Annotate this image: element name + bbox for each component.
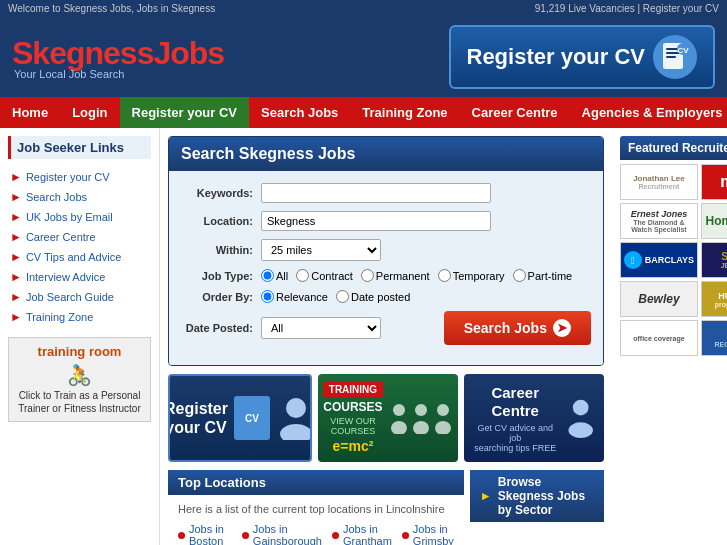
- sidebar-item-register-cv[interactable]: ► Register your CV: [8, 167, 151, 187]
- orderby-radios: Relevance Date posted: [261, 290, 410, 303]
- search-box-header: Search Skegness Jobs: [169, 137, 603, 171]
- logo[interactable]: SkegnessJobs Your Local Job Search: [12, 35, 224, 80]
- recruiter-barclays[interactable]: 🟙 BARCLAYS: [620, 242, 698, 278]
- radio-dateposted[interactable]: Date posted: [336, 290, 410, 303]
- people-icons: [389, 402, 453, 434]
- sidebar-item-career-centre[interactable]: ► Career Centre: [8, 227, 151, 247]
- cv-icon: CV: [653, 35, 697, 79]
- left-sidebar: Job Seeker Links ► Register your CV ► Se…: [0, 128, 160, 545]
- keywords-label: Keywords:: [181, 187, 261, 199]
- promo-training-courses[interactable]: TRAINING COURSES VIEW OUR COURSES e=mc²: [318, 374, 458, 462]
- recruiter-m65[interactable]: M65 RECRUITMENT: [701, 320, 727, 356]
- career-centre-label: Career Centre: [472, 384, 559, 420]
- browse-sector-title: Browse Skegness Jobs by Sector: [498, 475, 594, 517]
- arrow-icon: ►: [10, 310, 22, 324]
- location-grantham[interactable]: Jobs in Grantham: [332, 521, 392, 545]
- nav-career-centre[interactable]: Career Centre: [460, 97, 570, 128]
- browse-sector-section: ► Browse Skegness Jobs by Sector: [470, 470, 604, 545]
- within-label: Within:: [181, 244, 261, 256]
- nav-bar: Home Login Register your CV Search Jobs …: [0, 97, 727, 128]
- recruiter-jonathan-lee[interactable]: Jonathan Lee Recruitment: [620, 164, 698, 200]
- radio-relevance[interactable]: Relevance: [261, 290, 328, 303]
- within-select[interactable]: 25 miles 5 miles 10 miles 50 miles: [261, 239, 381, 261]
- location-label: Location:: [181, 215, 261, 227]
- orderby-row: Order By: Relevance Date posted: [181, 290, 591, 303]
- sidebar-title: Job Seeker Links: [8, 136, 151, 159]
- locations-title: Top Locations: [178, 475, 266, 490]
- recruiter-grid: Jonathan Lee Recruitment m2rtm Ernest Jo…: [620, 164, 727, 356]
- nav-register-cv[interactable]: Register your CV: [120, 97, 249, 128]
- sidebar-item-training-zone[interactable]: ► Training Zone: [8, 307, 151, 327]
- arrow-icon: ►: [10, 210, 22, 224]
- nav-agencies[interactable]: Agencies & Employers: [570, 97, 727, 128]
- radio-parttime[interactable]: Part-time: [513, 269, 573, 282]
- svg-point-6: [286, 398, 306, 418]
- main-content: Job Seeker Links ► Register your CV ► Se…: [0, 128, 727, 545]
- nav-login[interactable]: Login: [60, 97, 119, 128]
- radio-temporary[interactable]: Temporary: [438, 269, 505, 282]
- sidebar-item-search-jobs[interactable]: ► Search Jobs: [8, 187, 151, 207]
- arrow-icon: ►: [10, 230, 22, 244]
- locations-desc: Here is a list of the current top locati…: [178, 503, 454, 515]
- radio-permanent[interactable]: Permanent: [361, 269, 430, 282]
- barclays-eagle-icon: 🟙: [624, 251, 642, 269]
- header: SkegnessJobs Your Local Job Search Regis…: [0, 17, 727, 97]
- featured-title: Featured Recruiters: [620, 136, 727, 160]
- top-bar: Welcome to Skegness Jobs, Jobs in Skegne…: [0, 0, 727, 17]
- register-cv-header-button[interactable]: Register your CV CV: [449, 25, 716, 89]
- location-gainsborough[interactable]: Jobs in Gainsborough: [242, 521, 322, 545]
- location-grid: Jobs in Boston Jobs in Gainsborough Jobs…: [178, 521, 454, 545]
- dateposted-label: Date Posted:: [181, 322, 261, 334]
- radio-all[interactable]: All: [261, 269, 288, 282]
- sidebar-item-job-search-guide[interactable]: ► Job Search Guide: [8, 287, 151, 307]
- svg-text:CV: CV: [677, 46, 689, 55]
- nav-search-jobs[interactable]: Search Jobs: [249, 97, 350, 128]
- location-grimsby[interactable]: Jobs in Grimsby: [402, 521, 454, 545]
- recruiter-homesense[interactable]: HomeSense: [701, 203, 727, 239]
- center-content: Search Skegness Jobs Keywords: Location:…: [160, 128, 612, 545]
- location-boston[interactable]: Jobs in Boston: [178, 521, 232, 545]
- recruiter-bewley[interactable]: Bewley: [620, 281, 698, 317]
- dot-icon: [332, 532, 339, 539]
- recruiter-ernest-jones[interactable]: Ernest Jones The Diamond & Watch Special…: [620, 203, 698, 239]
- keywords-input[interactable]: [261, 183, 491, 203]
- sidebar-item-uk-jobs[interactable]: ► UK Jobs by Email: [8, 207, 151, 227]
- search-box-title: Search Skegness Jobs: [181, 145, 591, 163]
- right-sidebar: Featured Recruiters Jonathan Lee Recruit…: [612, 128, 727, 545]
- nav-training-zone[interactable]: Training Zone: [350, 97, 459, 128]
- promo-career-centre[interactable]: Career Centre Get CV advice and jobsearc…: [464, 374, 604, 462]
- dateposted-select[interactable]: All Today Last 3 days Last week: [261, 317, 381, 339]
- logo-jobs: Jobs: [153, 35, 224, 71]
- recruiter-signet[interactable]: SIGNET JEWELERS: [701, 242, 727, 278]
- training-badge: TRAINING: [323, 382, 383, 397]
- career-sub-label: Get CV advice and jobsearching tips FREE: [472, 423, 559, 453]
- nav-home[interactable]: Home: [0, 97, 60, 128]
- svg-rect-3: [666, 56, 676, 58]
- browse-arrow-icon: ►: [480, 489, 492, 503]
- jobtype-row: Job Type: All Contract Permanent Tempora…: [181, 269, 591, 282]
- keywords-row: Keywords:: [181, 183, 591, 203]
- svg-point-7: [280, 424, 312, 440]
- search-icon: ➤: [553, 319, 571, 337]
- recruiter-hunters[interactable]: HUNTERS property group: [701, 281, 727, 317]
- sidebar-item-cv-tips[interactable]: ► CV Tips and Advice: [8, 247, 151, 267]
- courses-label: COURSES: [323, 400, 383, 414]
- sidebar-item-interview[interactable]: ► Interview Advice: [8, 267, 151, 287]
- promo-register-cv[interactable]: Registeryour CV CV: [168, 374, 312, 462]
- dot-icon: [402, 532, 409, 539]
- search-jobs-button[interactable]: Search Jobs ➤: [444, 311, 591, 345]
- arrow-icon: ►: [10, 170, 22, 184]
- cv-doc-icon: CV: [234, 396, 270, 440]
- register-cv-header-label: Register your CV: [467, 44, 646, 70]
- recruiter-m2r[interactable]: m2rtm: [701, 164, 727, 200]
- location-input[interactable]: [261, 211, 491, 231]
- recruiter-office-coverage[interactable]: office coverage: [620, 320, 698, 356]
- svg-point-10: [415, 404, 427, 416]
- radio-contract[interactable]: Contract: [296, 269, 353, 282]
- search-form: Keywords: Location: Within: 25 miles 5 m…: [169, 171, 603, 365]
- sidebar-ad[interactable]: training room 🚴 Click to Train as a Pers…: [8, 337, 151, 422]
- arrow-icon: ►: [10, 270, 22, 284]
- within-row: Within: 25 miles 5 miles 10 miles 50 mil…: [181, 239, 591, 261]
- top-bar-right: 91,219 Live Vacancies | Register your CV: [535, 3, 719, 14]
- promo-row: Registeryour CV CV TRAINING COURSES VIE: [168, 374, 604, 462]
